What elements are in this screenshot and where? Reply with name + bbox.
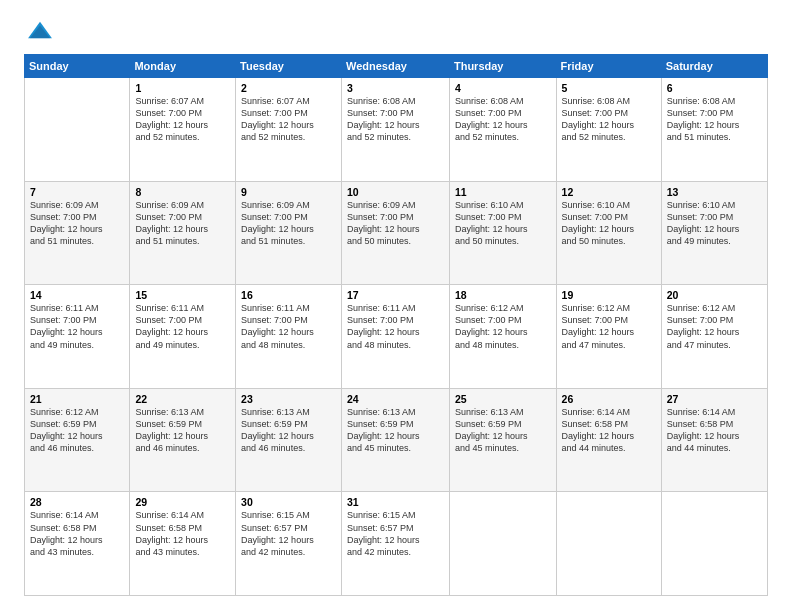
day-number: 6 xyxy=(667,82,762,94)
calendar-cell: 24Sunrise: 6:13 AMSunset: 6:59 PMDayligh… xyxy=(342,388,450,492)
calendar-cell: 15Sunrise: 6:11 AMSunset: 7:00 PMDayligh… xyxy=(130,285,236,389)
day-number: 15 xyxy=(135,289,230,301)
calendar-cell: 20Sunrise: 6:12 AMSunset: 7:00 PMDayligh… xyxy=(661,285,767,389)
day-number: 9 xyxy=(241,186,336,198)
day-number: 8 xyxy=(135,186,230,198)
day-number: 12 xyxy=(562,186,656,198)
day-number: 2 xyxy=(241,82,336,94)
day-info: Sunrise: 6:07 AMSunset: 7:00 PMDaylight:… xyxy=(135,95,230,144)
day-number: 27 xyxy=(667,393,762,405)
day-number: 4 xyxy=(455,82,551,94)
day-info: Sunrise: 6:12 AMSunset: 7:00 PMDaylight:… xyxy=(562,302,656,351)
calendar-cell: 19Sunrise: 6:12 AMSunset: 7:00 PMDayligh… xyxy=(556,285,661,389)
day-number: 17 xyxy=(347,289,444,301)
day-info: Sunrise: 6:14 AMSunset: 6:58 PMDaylight:… xyxy=(30,509,124,558)
day-number: 3 xyxy=(347,82,444,94)
day-number: 18 xyxy=(455,289,551,301)
day-info: Sunrise: 6:12 AMSunset: 6:59 PMDaylight:… xyxy=(30,406,124,455)
calendar-cell: 23Sunrise: 6:13 AMSunset: 6:59 PMDayligh… xyxy=(236,388,342,492)
day-info: Sunrise: 6:10 AMSunset: 7:00 PMDaylight:… xyxy=(667,199,762,248)
day-number: 29 xyxy=(135,496,230,508)
day-info: Sunrise: 6:08 AMSunset: 7:00 PMDaylight:… xyxy=(667,95,762,144)
day-info: Sunrise: 6:14 AMSunset: 6:58 PMDaylight:… xyxy=(562,406,656,455)
calendar-week-2: 7Sunrise: 6:09 AMSunset: 7:00 PMDaylight… xyxy=(25,181,768,285)
day-info: Sunrise: 6:09 AMSunset: 7:00 PMDaylight:… xyxy=(135,199,230,248)
day-info: Sunrise: 6:09 AMSunset: 7:00 PMDaylight:… xyxy=(347,199,444,248)
calendar-week-4: 21Sunrise: 6:12 AMSunset: 6:59 PMDayligh… xyxy=(25,388,768,492)
day-info: Sunrise: 6:15 AMSunset: 6:57 PMDaylight:… xyxy=(347,509,444,558)
day-info: Sunrise: 6:14 AMSunset: 6:58 PMDaylight:… xyxy=(135,509,230,558)
calendar-cell: 21Sunrise: 6:12 AMSunset: 6:59 PMDayligh… xyxy=(25,388,130,492)
day-number: 16 xyxy=(241,289,336,301)
day-info: Sunrise: 6:13 AMSunset: 6:59 PMDaylight:… xyxy=(455,406,551,455)
calendar-cell: 31Sunrise: 6:15 AMSunset: 6:57 PMDayligh… xyxy=(342,492,450,596)
calendar-cell: 2Sunrise: 6:07 AMSunset: 7:00 PMDaylight… xyxy=(236,78,342,182)
calendar-cell: 29Sunrise: 6:14 AMSunset: 6:58 PMDayligh… xyxy=(130,492,236,596)
day-info: Sunrise: 6:13 AMSunset: 6:59 PMDaylight:… xyxy=(241,406,336,455)
calendar: SundayMondayTuesdayWednesdayThursdayFrid… xyxy=(24,54,768,596)
calendar-week-1: 1Sunrise: 6:07 AMSunset: 7:00 PMDaylight… xyxy=(25,78,768,182)
day-info: Sunrise: 6:09 AMSunset: 7:00 PMDaylight:… xyxy=(30,199,124,248)
col-header-thursday: Thursday xyxy=(449,55,556,78)
day-number: 26 xyxy=(562,393,656,405)
day-number: 11 xyxy=(455,186,551,198)
day-number: 14 xyxy=(30,289,124,301)
day-info: Sunrise: 6:11 AMSunset: 7:00 PMDaylight:… xyxy=(135,302,230,351)
logo-icon xyxy=(26,20,54,42)
calendar-cell: 7Sunrise: 6:09 AMSunset: 7:00 PMDaylight… xyxy=(25,181,130,285)
day-number: 24 xyxy=(347,393,444,405)
calendar-cell: 3Sunrise: 6:08 AMSunset: 7:00 PMDaylight… xyxy=(342,78,450,182)
day-number: 23 xyxy=(241,393,336,405)
calendar-week-5: 28Sunrise: 6:14 AMSunset: 6:58 PMDayligh… xyxy=(25,492,768,596)
calendar-cell xyxy=(25,78,130,182)
day-number: 1 xyxy=(135,82,230,94)
col-header-saturday: Saturday xyxy=(661,55,767,78)
calendar-cell xyxy=(449,492,556,596)
day-number: 5 xyxy=(562,82,656,94)
day-info: Sunrise: 6:09 AMSunset: 7:00 PMDaylight:… xyxy=(241,199,336,248)
day-info: Sunrise: 6:13 AMSunset: 6:59 PMDaylight:… xyxy=(347,406,444,455)
day-info: Sunrise: 6:08 AMSunset: 7:00 PMDaylight:… xyxy=(562,95,656,144)
calendar-cell: 1Sunrise: 6:07 AMSunset: 7:00 PMDaylight… xyxy=(130,78,236,182)
calendar-cell: 16Sunrise: 6:11 AMSunset: 7:00 PMDayligh… xyxy=(236,285,342,389)
calendar-cell: 28Sunrise: 6:14 AMSunset: 6:58 PMDayligh… xyxy=(25,492,130,596)
col-header-wednesday: Wednesday xyxy=(342,55,450,78)
calendar-cell: 5Sunrise: 6:08 AMSunset: 7:00 PMDaylight… xyxy=(556,78,661,182)
calendar-cell: 27Sunrise: 6:14 AMSunset: 6:58 PMDayligh… xyxy=(661,388,767,492)
day-info: Sunrise: 6:08 AMSunset: 7:00 PMDaylight:… xyxy=(347,95,444,144)
calendar-cell: 9Sunrise: 6:09 AMSunset: 7:00 PMDaylight… xyxy=(236,181,342,285)
calendar-cell xyxy=(661,492,767,596)
calendar-cell: 17Sunrise: 6:11 AMSunset: 7:00 PMDayligh… xyxy=(342,285,450,389)
day-info: Sunrise: 6:08 AMSunset: 7:00 PMDaylight:… xyxy=(455,95,551,144)
header xyxy=(24,20,768,44)
calendar-header-row: SundayMondayTuesdayWednesdayThursdayFrid… xyxy=(25,55,768,78)
calendar-cell: 14Sunrise: 6:11 AMSunset: 7:00 PMDayligh… xyxy=(25,285,130,389)
day-number: 31 xyxy=(347,496,444,508)
calendar-cell: 30Sunrise: 6:15 AMSunset: 6:57 PMDayligh… xyxy=(236,492,342,596)
calendar-cell: 26Sunrise: 6:14 AMSunset: 6:58 PMDayligh… xyxy=(556,388,661,492)
day-info: Sunrise: 6:15 AMSunset: 6:57 PMDaylight:… xyxy=(241,509,336,558)
calendar-cell: 22Sunrise: 6:13 AMSunset: 6:59 PMDayligh… xyxy=(130,388,236,492)
calendar-cell: 12Sunrise: 6:10 AMSunset: 7:00 PMDayligh… xyxy=(556,181,661,285)
calendar-cell: 11Sunrise: 6:10 AMSunset: 7:00 PMDayligh… xyxy=(449,181,556,285)
day-number: 10 xyxy=(347,186,444,198)
logo xyxy=(24,20,54,44)
calendar-cell: 13Sunrise: 6:10 AMSunset: 7:00 PMDayligh… xyxy=(661,181,767,285)
day-number: 7 xyxy=(30,186,124,198)
col-header-sunday: Sunday xyxy=(25,55,130,78)
calendar-cell: 4Sunrise: 6:08 AMSunset: 7:00 PMDaylight… xyxy=(449,78,556,182)
day-number: 30 xyxy=(241,496,336,508)
day-info: Sunrise: 6:13 AMSunset: 6:59 PMDaylight:… xyxy=(135,406,230,455)
day-info: Sunrise: 6:11 AMSunset: 7:00 PMDaylight:… xyxy=(347,302,444,351)
calendar-cell: 8Sunrise: 6:09 AMSunset: 7:00 PMDaylight… xyxy=(130,181,236,285)
day-info: Sunrise: 6:12 AMSunset: 7:00 PMDaylight:… xyxy=(667,302,762,351)
day-number: 20 xyxy=(667,289,762,301)
calendar-week-3: 14Sunrise: 6:11 AMSunset: 7:00 PMDayligh… xyxy=(25,285,768,389)
calendar-cell: 6Sunrise: 6:08 AMSunset: 7:00 PMDaylight… xyxy=(661,78,767,182)
day-number: 25 xyxy=(455,393,551,405)
calendar-cell: 25Sunrise: 6:13 AMSunset: 6:59 PMDayligh… xyxy=(449,388,556,492)
col-header-monday: Monday xyxy=(130,55,236,78)
col-header-tuesday: Tuesday xyxy=(236,55,342,78)
day-number: 19 xyxy=(562,289,656,301)
day-number: 22 xyxy=(135,393,230,405)
